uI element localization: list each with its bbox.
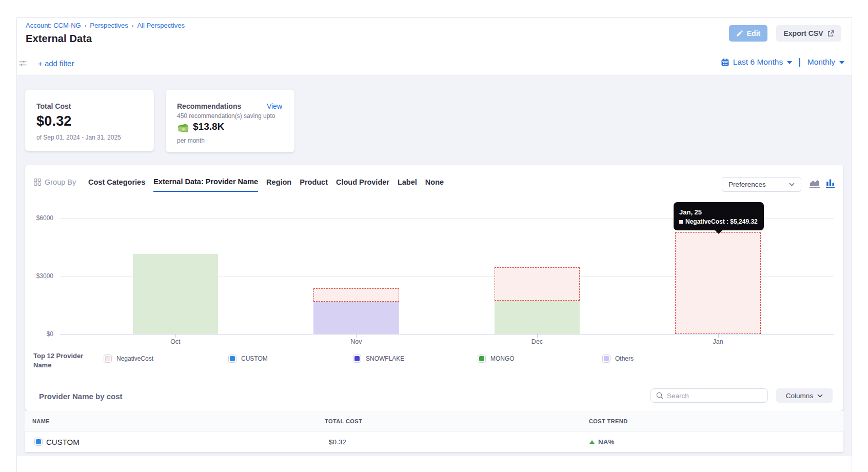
money-icon [177, 122, 189, 132]
column-header-name[interactable]: NAME [32, 418, 50, 424]
group-by-tab-external-data-provider-name[interactable]: External Data: Provider Name [153, 174, 258, 192]
x-axis-label: Jan [713, 338, 723, 345]
columns-button[interactable]: Columns [776, 388, 833, 403]
breadcrumb-item[interactable]: Perspectives [90, 22, 128, 29]
recommendations-subtitle: 450 recommendation(s) saving upto [177, 112, 275, 120]
preferences-label: Preferences [728, 181, 766, 188]
edit-button[interactable]: Edit [729, 25, 767, 42]
tooltip-swatch [679, 220, 683, 224]
total-cost-period: of Sep 01, 2024 - Jan 31, 2025 [36, 134, 121, 141]
column-header-total-cost[interactable]: TOTAL COST [325, 418, 362, 424]
legend-item-others[interactable]: Others [602, 355, 634, 363]
group-by-tabs: Cost CategoriesExternal Data: Provider N… [88, 174, 444, 192]
row-total-cost: $0.32 [329, 438, 346, 446]
legend-swatch-icon [478, 355, 486, 363]
search-box [650, 388, 768, 403]
recommendations-cadence: per month [177, 137, 205, 144]
trend-up-icon [589, 440, 595, 444]
area-chart-icon[interactable] [809, 179, 820, 188]
recommendations-amount: $13.8K [193, 121, 224, 132]
export-csv-label: Export CSV [783, 29, 823, 37]
x-axis-tick [718, 334, 719, 338]
cost-bar-chart: $0$3000$6000OctNovDecJanJan, 25NegativeC… [25, 201, 843, 355]
legend-swatch-icon [228, 355, 236, 363]
bar-dec-negativecost[interactable] [495, 267, 580, 301]
x-axis-label: Oct [170, 338, 180, 345]
y-axis-label: $0 [25, 330, 53, 338]
legend-item-negativecost[interactable]: NegativeCost [104, 355, 153, 363]
group-by-tab-product[interactable]: Product [300, 174, 328, 191]
header-actions: Edit Export CSV [729, 25, 841, 42]
group-by-icon [34, 179, 41, 188]
legend-swatch-icon [353, 355, 361, 363]
breadcrumb-item[interactable]: Account: CCM-NG [26, 22, 81, 29]
row-name: CUSTOM [46, 438, 80, 446]
tooltip-title: Jan, 25 [679, 208, 702, 216]
bar-nov-others[interactable] [313, 302, 399, 334]
bar-dec-mongo[interactable] [495, 301, 580, 335]
time-range-select[interactable]: Last 6 Months [733, 57, 783, 67]
search-input[interactable] [667, 392, 754, 400]
x-axis-tick [175, 334, 176, 338]
recommendations-card: Recommendations View 450 recommendation(… [166, 90, 294, 152]
group-by-tab-none[interactable]: None [425, 174, 444, 191]
add-filter-button[interactable]: + add filter [38, 59, 74, 68]
legend-item-snowflake[interactable]: SNOWFLAKE [353, 355, 404, 363]
granularity-caret-icon[interactable] [839, 61, 844, 64]
breadcrumb-item[interactable]: All Perspectives [137, 22, 184, 29]
legend-title: Top 12 Provider Name [33, 351, 97, 370]
legend-item-custom[interactable]: CUSTOM [228, 355, 268, 363]
legend-item-label: MONGO [490, 355, 515, 362]
filter-bar: + add filter Last 6 Months Monthly [17, 51, 852, 75]
time-controls: Last 6 Months Monthly [721, 57, 844, 67]
column-header-cost-trend[interactable]: COST TREND [589, 418, 628, 424]
chart-legend: Top 12 Provider Name NegativeCostCUSTOMS… [25, 351, 843, 372]
calendar-icon [721, 58, 729, 66]
preferences-select[interactable]: Preferences [722, 177, 801, 192]
content-section: Total Cost $0.32 of Sep 01, 2024 - Jan 3… [17, 75, 852, 456]
total-cost-title: Total Cost [36, 102, 71, 110]
group-by-tab-cost-categories[interactable]: Cost Categories [88, 174, 145, 191]
group-by-label: Group By [45, 178, 76, 186]
table-row[interactable]: CUSTOM$0.32NA% [25, 431, 843, 452]
chevron-down-icon [817, 394, 823, 398]
group-by-tab-label[interactable]: Label [398, 174, 417, 191]
filter-sliders-icon[interactable] [19, 60, 27, 69]
recommendations-view-link[interactable]: View [267, 102, 282, 110]
main-panel: Account: CCM-NG›Perspectives›All Perspec… [16, 17, 852, 472]
bar-chart-icon[interactable] [825, 179, 835, 188]
recommendations-title: Recommendations [177, 102, 241, 110]
bar-oct-mongo[interactable] [133, 254, 219, 334]
legend-swatch-icon [104, 355, 112, 363]
group-by-tab-cloud-provider[interactable]: Cloud Provider [336, 174, 389, 191]
bar-nov-negativecost[interactable] [313, 288, 399, 302]
x-axis-tick [356, 334, 357, 338]
granularity-select[interactable]: Monthly [807, 57, 835, 67]
group-by-row: Group By Cost CategoriesExternal Data: P… [25, 174, 843, 194]
group-by-tab-region[interactable]: Region [266, 174, 291, 191]
row-swatch-icon [34, 438, 43, 446]
total-cost-value: $0.32 [36, 113, 72, 129]
page-header: Account: CCM-NG›Perspectives›All Perspec… [17, 18, 852, 51]
page: Account: CCM-NG›Perspectives›All Perspec… [0, 0, 868, 472]
time-range-caret-icon[interactable] [787, 61, 792, 64]
columns-button-label: Columns [786, 392, 813, 400]
breadcrumb-separator-icon: › [85, 23, 86, 29]
table-header: NAMETOTAL COSTCOST TREND [25, 411, 843, 431]
page-title: External Data [26, 33, 92, 45]
export-csv-button[interactable]: Export CSV [776, 25, 841, 42]
legend-swatch-icon [602, 355, 610, 363]
chevron-down-icon [789, 183, 795, 186]
legend-item-label: SNOWFLAKE [366, 355, 404, 362]
legend-item-mongo[interactable]: MONGO [478, 355, 515, 363]
chart-card: Group By Cost CategoriesExternal Data: P… [25, 165, 843, 411]
x-axis-label: Nov [350, 338, 362, 345]
y-axis-label: $6000 [25, 214, 53, 222]
pencil-icon [736, 30, 743, 37]
bar-jan-negativecost[interactable] [675, 232, 761, 334]
legend-item-label: NegativeCost [116, 355, 153, 362]
edit-button-label: Edit [747, 29, 760, 37]
search-icon [656, 392, 663, 399]
time-separator [799, 58, 800, 67]
chart-type-toggle [809, 179, 835, 188]
